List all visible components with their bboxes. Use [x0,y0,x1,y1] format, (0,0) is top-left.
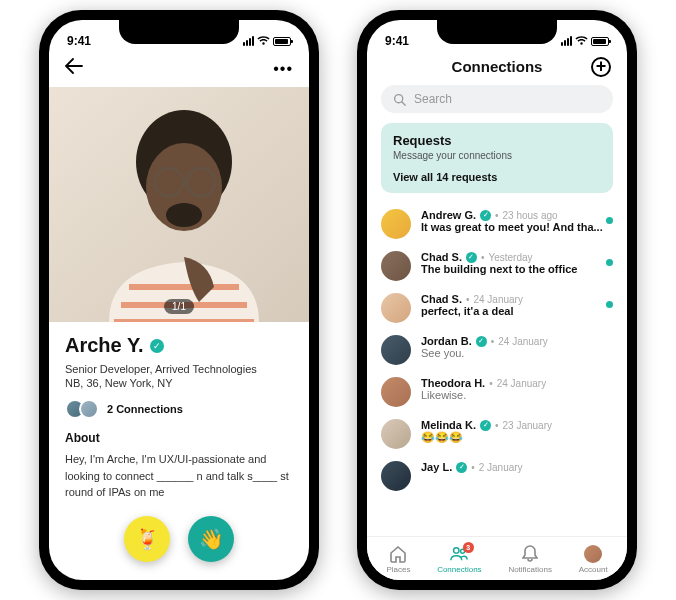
avatar [381,419,411,449]
about-text: Hey, I'm Arche, I'm UX/UI-passionate and… [65,451,293,501]
home-icon [389,545,407,563]
separator: • [495,420,499,431]
avatar [381,335,411,365]
conversation-item[interactable]: Melinda K. ✓ • 23 January 😂😂😂 [381,413,613,455]
conversation-name: Chad S. [421,293,462,305]
conversation-message: The building next to the office [421,263,613,275]
conversation-name: Theodora H. [421,377,485,389]
profile-photo[interactable]: 1/1 [49,87,309,322]
separator: • [481,252,485,263]
requests-link: View all 14 requests [393,171,601,183]
conversation-list[interactable]: Andrew G. ✓ • 23 hous ago It was great t… [367,203,627,536]
badge: 3 [463,542,474,553]
verified-icon: ✓ [456,462,467,473]
avatar [79,399,99,419]
unread-dot [606,259,613,266]
conversation-name: Jay L. [421,461,452,473]
search-icon [393,93,406,106]
top-bar: ••• [49,54,309,87]
screen: 9:41 ••• [49,20,309,580]
add-button[interactable]: + [591,57,611,77]
separator: • [491,336,495,347]
about-heading: About [65,431,293,445]
conversation-time: 2 January [479,462,523,473]
connections-count: 2 Connections [107,403,183,415]
conversation-body: Chad S. • 24 January perfect, it'a a dea… [421,293,613,317]
conversation-header: Chad S. ✓ • Yesterday [421,251,613,263]
battery-icon [591,37,609,46]
conversation-header: Jordan B. ✓ • 24 January [421,335,613,347]
requests-subtitle: Message your connections [393,150,601,161]
verified-icon: ✓ [480,420,491,431]
conversation-item[interactable]: Andrew G. ✓ • 23 hous ago It was great t… [381,203,613,245]
wave-icon: 👋 [199,527,224,551]
phone-connections: 9:41 Connections + Search Requests Messa… [357,10,637,590]
fab-wave[interactable]: 👋 [188,516,234,562]
battery-icon [273,37,291,46]
status-time: 9:41 [385,34,409,48]
conversation-time: 23 hous ago [503,210,558,221]
svg-point-9 [454,548,459,553]
conversation-time: 24 January [473,294,522,305]
unread-dot [606,301,613,308]
signal-icon [243,36,254,46]
account-avatar [584,545,602,563]
conversation-body: Theodora H. • 24 January Likewise. [421,377,613,401]
requests-card[interactable]: Requests Message your connections View a… [381,123,613,193]
conversation-time: 24 January [498,336,547,347]
conversation-header: Andrew G. ✓ • 23 hous ago [421,209,613,221]
conversation-item[interactable]: Jordan B. ✓ • 24 January See you. [381,329,613,371]
avatar [381,461,411,491]
verified-icon: ✓ [476,336,487,347]
conversation-body: Jordan B. ✓ • 24 January See you. [421,335,613,359]
separator: • [471,462,475,473]
profile-illustration [49,87,309,322]
conversation-time: 24 January [497,378,546,389]
tab-connections[interactable]: 3 Connections [437,545,481,574]
tab-label: Places [386,565,410,574]
conversation-item[interactable]: Chad S. • 24 January perfect, it'a a dea… [381,287,613,329]
requests-title: Requests [393,133,601,148]
conversation-item[interactable]: Jay L. ✓ • 2 January [381,455,613,497]
connection-avatars [65,399,99,419]
fab-drink[interactable]: 🍹 [124,516,170,562]
connections-row[interactable]: 2 Connections [65,399,293,419]
tab-notifications[interactable]: Notifications [508,545,552,574]
more-button[interactable]: ••• [273,60,293,78]
conversation-time: Yesterday [488,252,532,263]
page-title: Connections [452,58,543,75]
conversation-message: It was great to meet you! And tha... [421,221,613,233]
search-input[interactable]: Search [381,85,613,113]
conversation-name: Chad S. [421,251,462,263]
wifi-icon [575,36,588,46]
status-time: 9:41 [67,34,91,48]
tab-account[interactable]: Account [579,545,608,574]
conversation-header: Chad S. • 24 January [421,293,613,305]
drink-icon: 🍹 [135,527,160,551]
conversation-item[interactable]: Theodora H. • 24 January Likewise. [381,371,613,413]
conversation-message: See you. [421,347,613,359]
profile-name: Arche Y. [65,334,144,357]
conversation-item[interactable]: Chad S. ✓ • Yesterday The building next … [381,245,613,287]
tab-places[interactable]: Places [386,545,410,574]
conversation-body: Jay L. ✓ • 2 January [421,461,613,473]
conversation-header: Jay L. ✓ • 2 January [421,461,613,473]
tab-label: Connections [437,565,481,574]
conversation-body: Melinda K. ✓ • 23 January 😂😂😂 [421,419,613,444]
screen: 9:41 Connections + Search Requests Messa… [367,20,627,580]
separator: • [466,294,470,305]
conversation-message: 😂😂😂 [421,431,613,444]
status-bar: 9:41 [367,20,627,54]
photo-counter: 1/1 [164,299,194,314]
avatar [381,209,411,239]
status-bar: 9:41 [49,20,309,54]
conversation-header: Melinda K. ✓ • 23 January [421,419,613,431]
conversation-name: Andrew G. [421,209,476,221]
back-button[interactable] [65,58,83,79]
conversation-message: Likewise. [421,389,613,401]
search-placeholder: Search [414,92,452,106]
profile-location: NB, 36, New York, NY [65,377,293,389]
svg-point-6 [166,203,202,227]
conversation-body: Chad S. ✓ • Yesterday The building next … [421,251,613,275]
conversation-header: Theodora H. • 24 January [421,377,613,389]
